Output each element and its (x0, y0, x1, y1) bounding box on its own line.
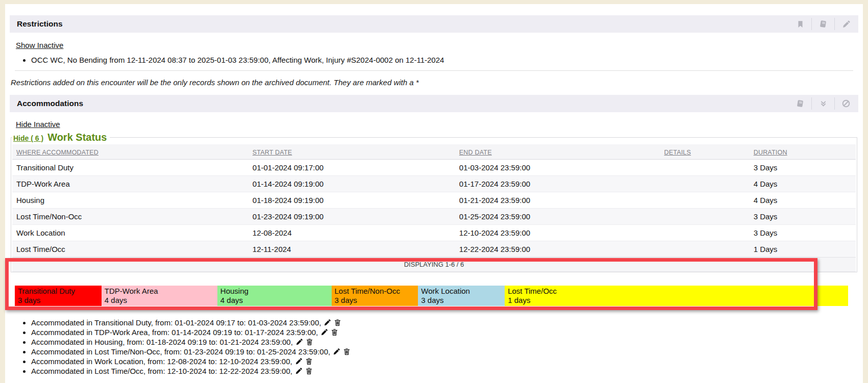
hide-inactive-link[interactable]: Hide Inactive (16, 120, 60, 129)
cell-details (660, 160, 749, 176)
table-row[interactable]: Housing01-18-2024 09:19:0001-21-2024 23:… (12, 192, 856, 209)
restrictions-title: Restrictions (17, 19, 63, 29)
timeline-segment: Lost Time/Occ1 days (505, 286, 848, 306)
entry-text: Accommodated in TDP-Work Area, from: 01-… (31, 328, 318, 337)
entry-text: Accommodated in Transitional Duty, from:… (31, 318, 321, 327)
column-header-end-date[interactable]: END DATE (459, 149, 492, 156)
toolbar-separator (811, 97, 812, 110)
trash-icon[interactable] (305, 358, 313, 365)
accommodation-entry: Accommodated in TDP-Work Area, from: 01-… (31, 327, 858, 337)
work-status-table: WHERE ACCOMMODATED START DATE END DATE D… (12, 144, 856, 272)
cell-start-date: 01-01-2024 09:17:00 (249, 160, 455, 176)
timeline-segment-duration: 4 days (105, 296, 217, 305)
restrictions-note: Restrictions added on this encounter wil… (11, 79, 858, 87)
pencil-icon[interactable] (324, 319, 331, 326)
show-inactive-link[interactable]: Show Inactive (16, 41, 63, 49)
ban-icon[interactable] (840, 97, 852, 110)
cell-duration: 4 Days (750, 176, 856, 192)
timeline-segment-label: Transitional Duty (18, 287, 102, 296)
cell-start-date: 12-08-2024 (249, 225, 455, 241)
cell-duration: 3 Days (750, 209, 856, 225)
cell-duration: 3 Days (750, 160, 856, 176)
work-status-title: Work Status (47, 131, 107, 143)
work-status-fieldset: Hide ( 6 ) Work Status WHERE ACCOMMODATE… (11, 131, 857, 272)
pencil-icon[interactable] (295, 358, 303, 365)
work-status-table-body: Transitional Duty01-01-2024 09:17:0001-0… (12, 160, 856, 258)
table-row[interactable]: Work Location12-08-202412-10-2024 23:59:… (12, 225, 856, 241)
cell-end-date: 01-17-2024 23:59:00 (455, 176, 660, 192)
entry-text: Accommodated in Lost Time/Occ, from: 12-… (31, 367, 292, 375)
accommodations-header-bar: Accommodations (10, 95, 858, 112)
cell-duration: 1 Days (750, 241, 856, 258)
book-icon[interactable] (794, 97, 806, 110)
timeline-segment: Work Location3 days (418, 286, 505, 306)
accommodation-entry: Accommodated in Transitional Duty, from:… (31, 318, 858, 327)
column-header-where-accommodated[interactable]: WHERE ACCOMMODATED (16, 149, 98, 156)
cell-where: Work Location (12, 225, 249, 241)
timeline-segment-duration: 3 days (421, 296, 505, 305)
hide-count-link[interactable]: Hide ( 6 ) (13, 134, 43, 142)
cell-where: Lost Time/Non-Occ (12, 209, 249, 225)
table-footer-row: DISPLAYING 1-6 / 6 (12, 258, 856, 272)
divider (15, 70, 853, 71)
timeline-segment-duration: 3 days (18, 296, 102, 305)
pencil-icon[interactable] (333, 348, 340, 355)
pencil-icon[interactable] (295, 338, 303, 346)
bookmark-icon[interactable] (794, 18, 806, 30)
cell-details (660, 176, 749, 192)
trash-icon[interactable] (343, 348, 351, 355)
table-row[interactable]: Lost Time/Occ12-11-202412-22-2024 23:59:… (12, 241, 856, 258)
table-row[interactable]: Transitional Duty01-01-2024 09:17:0001-0… (12, 160, 856, 176)
timeline-segment-label: Lost Time/Occ (508, 287, 848, 296)
pencil-icon[interactable] (295, 367, 303, 375)
timeline-segment-label: Work Location (421, 287, 505, 296)
trash-icon[interactable] (334, 319, 341, 326)
column-header-duration[interactable]: DURATION (754, 149, 787, 156)
cell-end-date: 01-21-2024 23:59:00 (455, 192, 660, 209)
cell-where: Transitional Duty (12, 160, 249, 176)
timeline-segment-duration: 1 days (508, 296, 848, 305)
column-header-start-date[interactable]: START DATE (253, 149, 292, 156)
trash-icon[interactable] (305, 367, 313, 375)
cell-where: Lost Time/Occ (12, 241, 249, 258)
table-row[interactable]: Lost Time/Non-Occ01-23-2024 09:19:0001-2… (12, 209, 856, 225)
table-row[interactable]: TDP-Work Area01-14-2024 09:19:0001-17-20… (12, 176, 856, 192)
toolbar-separator (834, 18, 835, 30)
accommodations-toolbar (794, 97, 852, 110)
timeline-segment: Transitional Duty3 days (15, 286, 102, 306)
cell-start-date: 01-23-2024 09:19:00 (249, 209, 455, 225)
trash-icon[interactable] (331, 328, 338, 336)
accommodations-title: Accommodations (17, 99, 83, 108)
cell-where: TDP-Work Area (12, 176, 249, 192)
accommodation-entries: Accommodated in Transitional Duty, from:… (22, 318, 858, 376)
timeline-segment-duration: 3 days (335, 296, 418, 305)
timeline-segment: TDP-Work Area4 days (102, 286, 217, 306)
restrictions-list: OCC WC, No Bending from 12-11-2024 08:37… (22, 56, 858, 64)
work-status-legend: Hide ( 6 ) Work Status (12, 131, 110, 143)
cell-details (660, 192, 749, 209)
trash-icon[interactable] (306, 338, 313, 346)
cell-duration: 4 Days (750, 192, 856, 209)
collapse-double-chevron-icon[interactable] (817, 97, 829, 110)
entry-text: Accommodated in Work Location, from: 12-… (31, 357, 292, 366)
cell-details (660, 225, 749, 241)
timeline-segment-label: TDP-Work Area (105, 287, 217, 296)
restrictions-toolbar (794, 18, 852, 30)
timeline-segment-duration: 4 days (220, 296, 332, 305)
toolbar-separator (834, 97, 835, 110)
accommodation-entry: Accommodated in Lost Time/Non-Occ, from:… (31, 347, 858, 356)
cell-start-date: 01-18-2024 09:19:00 (249, 192, 455, 209)
column-header-details[interactable]: DETAILS (664, 149, 691, 156)
pencil-icon[interactable] (840, 18, 852, 30)
book-icon[interactable] (817, 18, 829, 30)
cell-end-date: 01-25-2024 23:59:00 (455, 209, 660, 225)
cell-start-date: 12-11-2024 (249, 241, 455, 258)
cell-where: Housing (12, 192, 249, 209)
accommodation-entry: Accommodated in Work Location, from: 12-… (31, 356, 858, 366)
accommodation-entry: Accommodated in Housing, from: 01-18-202… (31, 337, 858, 347)
timeline-segment: Lost Time/Non-Occ3 days (332, 286, 418, 306)
pencil-icon[interactable] (320, 328, 328, 336)
cell-details (660, 209, 749, 225)
timeline-segment: Housing4 days (217, 286, 332, 306)
timeline-segment-label: Lost Time/Non-Occ (335, 287, 418, 296)
